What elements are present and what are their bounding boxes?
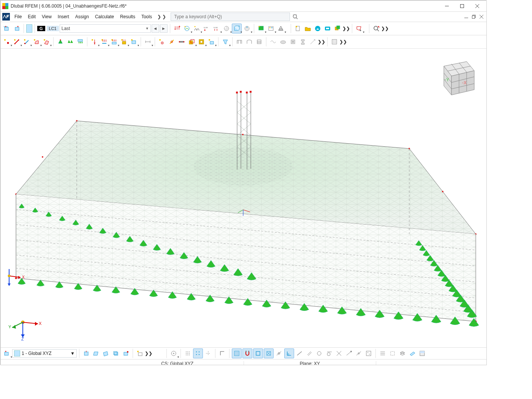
viewport-3d[interactable]: X X Y Z -Y -X xyxy=(1,49,486,347)
osnap-circle-icon[interactable] xyxy=(315,349,324,358)
hinge-node-icon[interactable] xyxy=(157,37,166,46)
osnap-near-icon[interactable] xyxy=(354,349,363,358)
new-line-icon[interactable]: ▾ xyxy=(22,37,31,46)
loadcase-prev-button[interactable]: ◀ xyxy=(152,24,159,33)
guides-display-icon[interactable] xyxy=(388,349,397,358)
show-results-icon[interactable]: ▾ xyxy=(182,24,192,33)
ucs-1-icon[interactable] xyxy=(82,349,91,358)
ucs-2-icon[interactable] xyxy=(92,349,101,358)
more-tools-4[interactable]: ❯❯ xyxy=(340,37,347,46)
display-settings-icon[interactable]: ▾ xyxy=(256,24,266,33)
diagram-icon[interactable] xyxy=(269,37,278,46)
osnap-mid-icon[interactable] xyxy=(274,349,283,358)
more-tools-1[interactable]: ❯❯ xyxy=(343,24,350,33)
osnap-intersect-icon[interactable] xyxy=(334,349,344,358)
osnap-perp-icon[interactable] xyxy=(284,348,294,358)
layers-icon[interactable] xyxy=(398,349,407,358)
osnap-magnet-icon[interactable] xyxy=(242,348,252,358)
snap-object-icon[interactable] xyxy=(193,348,203,358)
menu-assign[interactable]: Assign xyxy=(72,13,92,21)
grid-display-icon[interactable] xyxy=(330,37,339,46)
search-icon[interactable] xyxy=(292,14,299,20)
app-menu-icon[interactable] xyxy=(2,13,10,21)
new-load-member-icon[interactable]: ▾ xyxy=(100,37,109,46)
ortho-icon[interactable] xyxy=(218,349,227,358)
zoom-icon[interactable] xyxy=(372,24,381,33)
more-tools-3[interactable]: ❯❯ xyxy=(318,37,325,46)
filter-icon[interactable]: ▾ xyxy=(221,37,230,46)
new-surface-icon[interactable]: ▾ xyxy=(32,37,41,46)
mdi-restore-button[interactable] xyxy=(470,14,477,20)
surface-support-icon[interactable] xyxy=(76,37,85,46)
new-load-solid-icon[interactable]: ▾ xyxy=(119,37,128,46)
ucs-5-icon[interactable] xyxy=(121,349,130,358)
new-load-surface-icon[interactable]: ▾ xyxy=(109,37,119,46)
snap-guide-icon[interactable] xyxy=(204,349,213,358)
stress-point-icon[interactable] xyxy=(288,37,298,46)
menu-file[interactable]: File xyxy=(11,13,25,21)
dimension-icon[interactable]: ▾ xyxy=(143,37,152,46)
menu-calculate[interactable]: Calculate xyxy=(92,13,117,21)
line-support-icon[interactable] xyxy=(66,37,75,46)
view-frame-icon[interactable] xyxy=(235,37,244,46)
new-solid-icon[interactable]: ▾ xyxy=(42,37,51,46)
minimize-button[interactable] xyxy=(439,1,454,11)
open-model-icon[interactable] xyxy=(303,24,312,33)
background-icon[interactable] xyxy=(418,349,427,358)
osnap-tangent-icon[interactable] xyxy=(325,349,334,358)
new-node-icon[interactable]: ▾ xyxy=(2,37,11,46)
mdi-close-button[interactable] xyxy=(478,14,485,20)
menu-overflow[interactable]: ❯ ❯ xyxy=(155,14,168,19)
close-button[interactable] xyxy=(470,1,485,11)
menu-results[interactable]: Results xyxy=(117,13,138,21)
coordinate-system-selector[interactable]: 1 - Global XYZ ▼ xyxy=(12,349,77,358)
result-values-icon[interactable]: x.xx xyxy=(202,24,211,33)
osnap-grid-icon[interactable] xyxy=(232,348,242,358)
loadcase-next-button[interactable]: ▶ xyxy=(160,24,168,33)
osnap-gridpt-icon[interactable] xyxy=(364,349,373,358)
osnap-node-icon[interactable] xyxy=(344,349,353,358)
menu-insert[interactable]: Insert xyxy=(55,13,72,21)
deformation-icon[interactable]: ▾ xyxy=(192,24,201,33)
snap-grid-icon[interactable] xyxy=(183,349,192,358)
plane-display-icon[interactable] xyxy=(408,349,417,358)
new-model-icon[interactable] xyxy=(293,24,302,33)
osnap-parallel-icon[interactable] xyxy=(305,349,314,358)
work-plane-left-icon[interactable] xyxy=(2,24,11,33)
ucs-4-icon[interactable] xyxy=(111,349,120,358)
section-icon[interactable] xyxy=(298,37,307,46)
lines-display-icon[interactable] xyxy=(378,349,387,358)
menu-view[interactable]: View xyxy=(39,13,55,21)
contour-icon[interactable] xyxy=(279,37,288,46)
loadcase-selector[interactable]: Last ▼ xyxy=(60,24,151,33)
menu-tools[interactable]: Tools xyxy=(138,13,155,21)
opening-icon[interactable]: ▾ xyxy=(197,37,206,46)
rigid-link-icon[interactable] xyxy=(177,37,186,46)
navigation-cube[interactable]: -Y -X xyxy=(433,54,479,100)
block-manager-icon[interactable] xyxy=(333,24,342,33)
new-view-icon[interactable] xyxy=(135,349,144,358)
show-loads-icon[interactable] xyxy=(173,24,182,33)
snap-settings-icon[interactable]: ▾ xyxy=(169,349,178,358)
work-plane-bottom-icon[interactable]: ▾ xyxy=(2,349,11,358)
maximize-button[interactable] xyxy=(454,1,470,11)
osnap-endpoint-icon[interactable] xyxy=(253,348,263,358)
view-portal-icon[interactable] xyxy=(245,37,254,46)
view-building-icon[interactable] xyxy=(255,37,264,46)
new-member-icon[interactable]: ▾ xyxy=(12,37,21,46)
mdi-minimize-button[interactable] xyxy=(463,14,470,20)
select-polygon-icon[interactable]: ▾ xyxy=(355,24,364,33)
cloud-2-icon[interactable] xyxy=(323,24,332,33)
transparency-icon[interactable]: ▾ xyxy=(222,24,231,33)
view-direction-icon[interactable]: ▾ xyxy=(242,24,252,33)
nodal-support-icon[interactable] xyxy=(56,37,65,46)
more-bottom-1[interactable]: ❯❯ xyxy=(145,349,152,358)
hinge-line-icon[interactable] xyxy=(167,37,176,46)
isometric-view-icon[interactable]: ▾ xyxy=(232,24,242,33)
new-load-node-icon[interactable]: ▾ xyxy=(90,37,99,46)
new-set-icon[interactable]: ▾ xyxy=(207,37,216,46)
vector-icon[interactable] xyxy=(308,37,317,46)
calculation-icon[interactable]: ▾ xyxy=(266,24,276,33)
work-plane-right-icon[interactable] xyxy=(12,24,21,33)
search-box[interactable] xyxy=(171,13,290,21)
